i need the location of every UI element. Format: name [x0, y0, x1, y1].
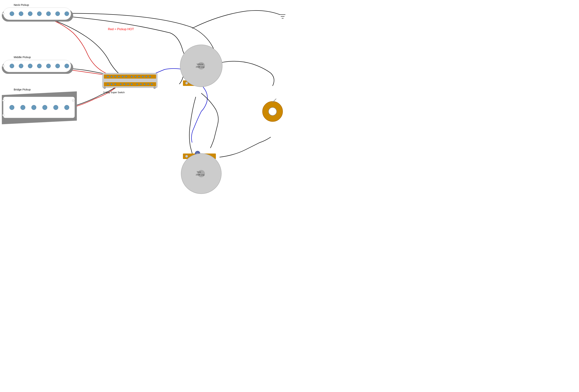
- svg-point-15: [37, 64, 42, 68]
- svg-point-22: [9, 105, 14, 110]
- bridge-pickup-label: Bridge Pickup: [14, 88, 31, 91]
- svg-text:Volume: Volume: [197, 63, 204, 65]
- svg-point-38: [122, 76, 123, 77]
- svg-point-39: [126, 76, 127, 77]
- svg-point-35: [111, 76, 112, 77]
- hot-label: Red = Pickup HOT: [108, 27, 134, 31]
- svg-point-2: [10, 11, 14, 16]
- svg-point-61: [185, 82, 188, 84]
- svg-point-50: [124, 84, 125, 85]
- svg-point-36: [115, 76, 116, 77]
- svg-point-54: [140, 84, 142, 85]
- svg-point-47: [111, 84, 112, 85]
- svg-point-30: [72, 100, 74, 102]
- svg-text:250K Log: 250K Log: [196, 174, 204, 176]
- svg-point-40: [131, 76, 133, 77]
- middle-pickup-label: Middle Pickup: [14, 56, 31, 59]
- svg-point-12: [10, 64, 14, 68]
- svg-point-29: [2, 114, 4, 116]
- svg-point-58: [104, 87, 106, 89]
- svg-point-23: [20, 105, 25, 110]
- svg-point-5: [37, 11, 42, 16]
- svg-point-49: [120, 84, 122, 85]
- svg-point-26: [53, 105, 58, 110]
- svg-point-44: [145, 76, 147, 77]
- svg-point-34: [107, 76, 109, 77]
- svg-point-69: [185, 155, 188, 158]
- svg-text:Tone: Tone: [197, 171, 201, 173]
- svg-point-80: [269, 108, 277, 115]
- svg-point-55: [144, 84, 145, 85]
- svg-point-18: [65, 64, 69, 68]
- svg-point-51: [127, 84, 129, 85]
- wiring-diagram: Volume 250K Log 2 Tone 250K Log Neck: [0, 0, 290, 196]
- svg-point-57: [151, 84, 152, 85]
- svg-point-53: [137, 84, 138, 85]
- svg-point-25: [42, 105, 47, 110]
- svg-point-28: [2, 100, 4, 102]
- svg-point-45: [149, 76, 151, 77]
- svg-point-27: [64, 105, 69, 110]
- svg-point-46: [107, 84, 109, 85]
- svg-point-13: [19, 64, 23, 68]
- neck-pickup-label: Neck Pickup: [14, 3, 29, 6]
- svg-point-41: [135, 76, 136, 77]
- svg-point-42: [138, 76, 140, 77]
- svg-point-43: [142, 76, 144, 77]
- svg-point-9: [2, 13, 4, 15]
- svg-text:250K Log: 250K Log: [196, 66, 204, 68]
- svg-point-56: [147, 84, 149, 85]
- svg-point-52: [131, 84, 133, 85]
- svg-point-3: [19, 11, 23, 16]
- svg-point-19: [2, 65, 4, 67]
- svg-point-16: [46, 64, 51, 68]
- svg-point-48: [115, 84, 116, 85]
- svg-point-37: [118, 76, 120, 77]
- svg-point-17: [55, 64, 60, 68]
- svg-point-6: [46, 11, 51, 16]
- switch-label: 5 Way Super Switch: [103, 91, 125, 94]
- svg-point-8: [65, 11, 69, 16]
- svg-point-59: [153, 87, 156, 89]
- svg-point-7: [55, 11, 60, 16]
- svg-point-4: [28, 11, 32, 16]
- svg-point-14: [28, 64, 32, 68]
- svg-point-24: [31, 105, 36, 110]
